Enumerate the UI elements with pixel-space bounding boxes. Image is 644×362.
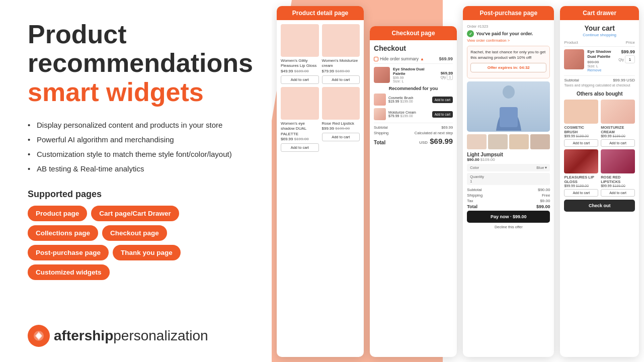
continue-shopping-link[interactable]: Continue shopping [564,33,635,37]
view-order-link[interactable]: View order confirmation > [467,38,550,43]
rec-item-2: Moisturize Cream $79.99 $199.00 Add to c… [374,108,453,120]
add-to-cart-btn-1[interactable]: Add to cart [281,75,319,84]
check-icon: ✓ [467,30,474,37]
svg-point-2 [503,85,515,99]
order-confirmed: ✓ You've paid for your order. [467,30,550,37]
post-purchase-panel: Post-purchase page Order #1323 ✓ You've … [463,6,554,357]
tag-customized[interactable]: Customized widgets [28,264,110,280]
product-price-2: $79.99 $169.00 [322,69,360,73]
feature-item: Powerful AI algorithm and merchandising [28,134,252,145]
add-to-cart-btn-4[interactable]: Add to cart [322,133,360,141]
pp-thumb-3 [509,134,529,149]
cd-rec-3: PLEASURES LIP GLOSS $99.99 $199.00 Add t… [564,149,598,197]
product-price-1: $49.99 $189.00 [281,69,319,73]
checkout-item-image [374,67,390,83]
checkout-item-info: Eye Shadow Dual Palette $99.99 Size: L [393,67,437,83]
tag-cart-drawer[interactable]: Cart page/Cart Drawer [91,206,179,221]
column-headers: Product Price [564,40,635,47]
right-area: Product detail page Women's Glitty Pleas… [272,0,644,362]
product-name-2: Women's Moisturize cream [322,58,360,69]
svg-rect-3 [500,107,518,127]
product-col-header: Product [564,40,578,45]
subtotal-row: Subtotal $69.99 [374,125,453,130]
pp-thumbnails [467,134,550,149]
taxes-note: Taxes and shipping calculated at checkou… [564,83,635,87]
product-item-2: Women's Moisturize cream $79.99 $169.00 … [322,24,360,84]
tags-container: Product page Cart page/Cart Drawer Colle… [28,206,252,280]
chevron-down-icon: ▾ [545,165,547,170]
order-number: Order #1323 [467,24,550,29]
product-name-4: Rose Red Lipstick [322,121,360,126]
decline-link[interactable]: Decline this offer [467,225,550,229]
pp-thumb-2 [488,134,508,149]
add-to-cart-btn-2[interactable]: Add to cart [322,75,360,84]
brand-sub: personalization [113,328,208,344]
shipping-row: Shipping Calculated at next step [374,131,453,135]
brand-logo: aftership personalization [28,325,252,347]
product-detail-panel: Product detail page Women's Glitty Pleas… [277,6,364,357]
price-col-header: Price [626,40,635,45]
color-selector[interactable]: Color Blue ▾ [467,164,550,171]
add-to-cart-btn-3[interactable]: Add to cart [281,143,319,152]
rec-item-1: Cosmetic Brush $19.99 $199.00 Add to car… [374,94,453,106]
upsell-box: Rachel, the last chance for only you to … [467,46,550,78]
checkout-title: Checkout [374,44,453,52]
tag-product-page[interactable]: Product page [28,206,87,221]
rec-add-btn-1[interactable]: Add to cart [432,97,453,103]
cd-add-btn-1[interactable]: Add to cart [564,139,598,147]
feature-item: Customization style to match theme style… [28,149,252,159]
cd-rec-img-4 [601,149,635,173]
checkout-cart-item: Eye Shadow Dual Palette $99.99 Size: L $… [374,67,453,83]
svg-point-1 [37,334,41,338]
features-list: Display personalized content and product… [28,120,252,178]
quantity-row: Quantity 1 [467,173,550,185]
supported-pages-title: Supported pages [28,189,252,200]
product-name-1: Women's Glitty Pleasures Lip Gloss [281,58,319,69]
cd-add-btn-3[interactable]: Add to cart [564,189,598,197]
rec-cream-image [374,108,386,120]
hero-line2: recommendations [28,48,253,77]
person-image [467,81,550,132]
eyeshadow-image [281,87,319,120]
tag-checkout[interactable]: Checkout page [102,225,167,241]
cart-drawer-panel: Cart drawer Your cart Continue shopping … [560,6,639,357]
qty-input[interactable] [625,55,635,63]
offer-timer: Offer expires in: 04:32 [470,63,546,72]
product-detail-header: Product detail page [277,6,364,20]
pp-product-image [467,81,550,132]
cd-rec-2: MOISTURIZE CREAM $99.99 $199.00 Add to c… [601,100,635,147]
post-purchase-header: Post-purchase page [463,6,554,20]
upsell-text: Rachel, the last chance for only you to … [470,49,546,60]
checkout-totals: Subtotal $69.99 Shipping Calculated at n… [374,123,453,145]
cd-add-btn-2[interactable]: Add to cart [601,139,635,147]
remove-link[interactable]: Remove [587,68,615,72]
checkout-header: Checkout page [370,26,457,40]
pp-product-price: $90.00 $109.00 [467,157,550,162]
tag-thank-you[interactable]: Thank you page [113,245,181,260]
grand-total-row: Total USD $69.99 [374,137,453,145]
cd-add-btn-4[interactable]: Add to cart [601,189,635,197]
blush-image [322,24,360,57]
checkout-button[interactable]: Check out [564,200,635,212]
product-price-3: $69.99 $199.00 [281,137,319,141]
pp-thumb-1 [467,134,487,149]
aftership-icon [28,325,50,347]
product-item-1: Women's Glitty Pleasures Lip Gloss $49.9… [281,24,319,84]
mock-panels: Product detail page Women's Glitty Pleas… [272,0,644,362]
hero-line1: Product [28,20,126,49]
pp-totals: Subtotal $90.00 Shipping Free Tax $9.00 … [467,188,550,209]
cd-rec-img-3 [564,149,598,173]
pay-now-button[interactable]: Pay now · $99.00 [467,211,550,223]
rec-add-btn-2[interactable]: Add to cart [432,111,453,118]
product-item-3: Women's eye shadow DUAL PALETTE $69.99 $… [281,87,319,152]
tag-collections[interactable]: Collections page [28,225,98,241]
cart-title: Your cart [564,24,635,32]
cart-icon [374,57,378,61]
cart-drawer-body: Your cart Continue shopping Product Pric… [560,20,639,357]
tag-post-purchase[interactable]: Post-purchase page [28,245,109,260]
pp-thumb-4 [530,134,550,149]
summary-left: Hide order summary ▲ [374,56,424,61]
cd-rec-img-2 [601,100,635,124]
also-bought-title: Others also bought [564,91,635,97]
product-name-3: Women's eye shadow DUAL PALETTE [281,121,319,137]
